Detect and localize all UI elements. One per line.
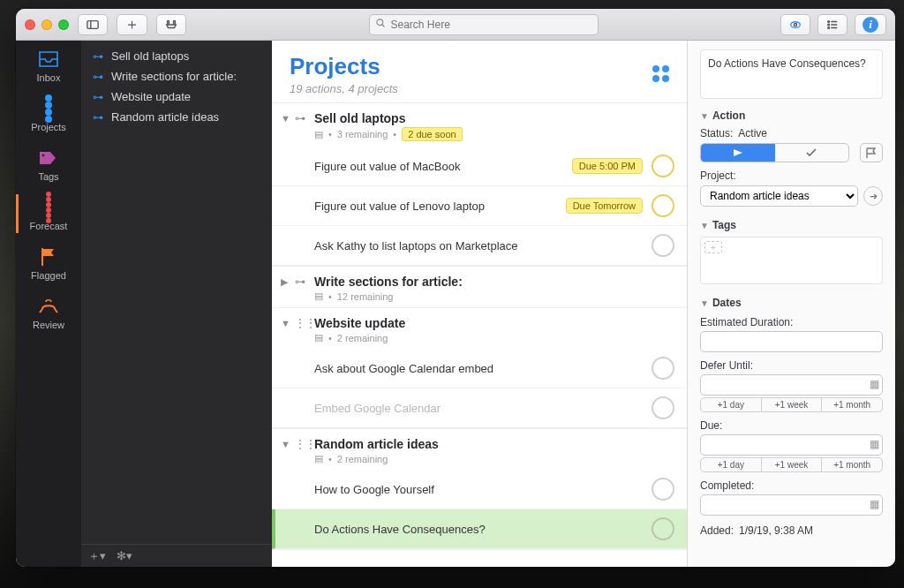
task-row[interactable]: Do Actions Have Consequences? [272,509,687,549]
app-window: ＋ i Inbox [16,9,895,567]
calendar-icon[interactable]: ▦ [870,378,879,390]
inspector-toggle-button[interactable]: i [855,14,886,35]
defer-label: Defer Until: [700,359,883,372]
svg-point-5 [794,23,796,26]
task-checkbox[interactable] [652,194,674,217]
tree-item[interactable]: ⊶Sell old laptops [81,46,272,66]
task-checkbox[interactable] [652,357,674,380]
defer-date-input[interactable] [700,374,883,396]
task-row[interactable]: Ask Kathy to list laptops on Marketplace [272,226,687,266]
sidebar-item-review[interactable]: Review [16,288,81,337]
project-type-icon: ⋮⋮ [295,438,309,450]
search-input[interactable] [391,19,592,31]
defer-plus-day[interactable]: +1 day [701,398,761,411]
est-duration-input[interactable] [700,331,883,352]
tree-item[interactable]: ⊶Website update [81,87,272,107]
calendar-icon[interactable]: ▦ [870,438,879,450]
project-meta: ▤ • 12 remaining [272,290,687,307]
task-row[interactable]: How to Google Yourself [272,470,687,509]
add-tag-button[interactable]: + [704,241,722,253]
project-label: Project: [700,170,883,182]
task-label: How to Google Yourself [314,483,643,496]
status-value: Active [738,127,767,139]
defer-plus-week[interactable]: +1 week [761,398,822,411]
project-select[interactable]: Sell old laptopsWrite sections for artic… [700,185,858,207]
task-label: Do Actions Have Consequences? [314,523,643,536]
calendar-icon[interactable]: ▦ [870,498,879,510]
meta-icon: ▤ [314,129,323,140]
task-checkbox[interactable] [652,478,674,501]
close-window-button[interactable] [25,19,35,30]
task-label: Figure out value of Lenovo laptop [314,200,557,213]
svg-point-4 [791,21,801,27]
task-label: Ask about Google Calendar embed [314,362,643,375]
status-active-button[interactable] [701,144,775,162]
sidebar-item-flagged[interactable]: Flagged [16,238,81,288]
projects-icon [45,94,52,123]
disclosure-triangle[interactable]: ▶ [281,276,290,288]
task-label: Ask Kathy to list laptops on Marketplace [314,239,643,253]
task-label: Embed Google Calendar [314,402,643,415]
section-header-dates[interactable]: ▼Dates [700,297,883,309]
tags-field[interactable]: + [700,237,883,284]
project-meta: ▤ • 3 remaining • 2 due soon [272,127,687,147]
due-plus-week[interactable]: +1 week [761,458,822,471]
task-title-field[interactable]: Do Actions Have Consequences? [700,49,883,99]
add-menu-button[interactable]: ＋▾ [88,548,106,564]
svg-point-6 [828,20,830,22]
svg-point-10 [828,26,830,28]
disclosure-triangle[interactable]: ▼ [281,113,290,124]
view-options-button[interactable] [817,14,848,35]
flag-button[interactable] [860,143,883,162]
project-title: Sell old laptops [314,111,405,125]
tree-item[interactable]: ⊶Random article ideas [81,107,272,127]
page-subtitle: 19 actions, 4 projects [290,82,398,95]
new-action-button[interactable]: ＋ [117,14,147,35]
defer-plus-month[interactable]: +1 month [821,398,882,411]
task-row[interactable]: Embed Google Calendar [272,388,687,428]
sidebar-item-projects[interactable]: Projects [16,90,81,139]
project-header[interactable]: ▼⋮⋮Website update [272,308,687,332]
section-header-action[interactable]: ▼Action [700,109,883,122]
tree-item-label: Write sections for article: [111,70,237,83]
task-row[interactable]: Ask about Google Calendar embed [272,349,687,388]
focus-button[interactable] [780,14,810,35]
project-meta: ▤ • 2 remaining [272,453,687,470]
sidebar-item-forecast[interactable]: Forecast [16,189,81,238]
settings-menu-button[interactable]: ✻▾ [117,549,132,562]
minimize-window-button[interactable] [41,19,52,30]
disclosure-triangle[interactable]: ▼ [281,439,290,449]
section-header-tags[interactable]: ▼Tags [700,219,883,231]
task-checkbox[interactable] [652,396,674,419]
go-to-project-button[interactable]: ➜ [863,186,883,206]
task-checkbox[interactable] [652,517,674,540]
zoom-window-button[interactable] [58,19,69,30]
quick-entry-button[interactable] [156,14,186,35]
projects-view-icon[interactable] [652,53,669,82]
task-row[interactable]: Figure out value of Lenovo laptopDue Tom… [272,186,687,226]
remaining-count: 2 remaining [337,333,388,343]
search-field-wrapper [369,14,599,35]
task-checkbox[interactable] [652,234,674,257]
due-plus-day[interactable]: +1 day [701,458,761,471]
project-header[interactable]: ▼⋮⋮Random article ideas [272,429,687,453]
sidebar-item-inbox[interactable]: Inbox [16,41,81,90]
sidebar-item-tags[interactable]: Tags [16,139,81,189]
task-checkbox[interactable] [652,155,674,177]
tree-footer: ＋▾ ✻▾ [81,544,272,567]
due-date-input[interactable] [700,434,883,456]
svg-point-12 [42,155,45,157]
project-header[interactable]: ▶⊶Write sections for article: [272,267,687,290]
due-plus-month[interactable]: +1 month [821,458,882,471]
sidebar-item-label: Projects [16,122,81,132]
tree-item[interactable]: ⊶Write sections for article: [81,66,272,87]
project-header[interactable]: ▼⊶Sell old laptops [272,103,687,127]
completed-date-input[interactable] [700,494,883,516]
status-completed-button[interactable] [775,144,849,162]
sidebar-item-label: Flagged [16,270,81,281]
task-row[interactable]: Figure out value of MacBookDue 5:00 PM [272,147,687,186]
disclosure-triangle[interactable]: ▼ [281,318,290,328]
svg-point-2 [376,19,382,26]
toggle-sidebar-button[interactable] [78,14,108,35]
svg-rect-0 [87,20,98,28]
